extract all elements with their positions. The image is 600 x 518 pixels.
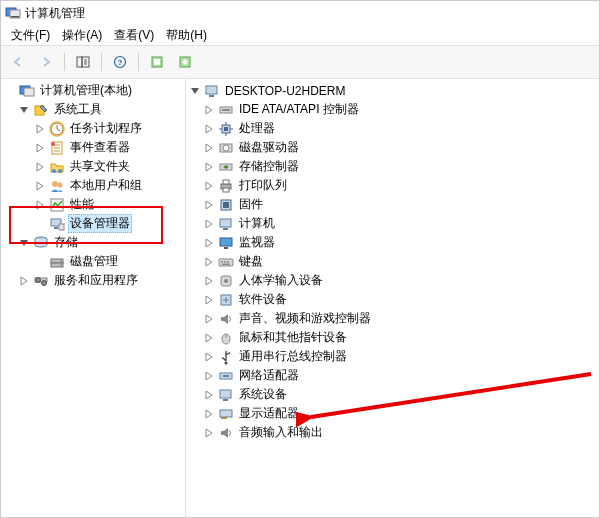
cat-computer[interactable]: 计算机 <box>186 214 599 233</box>
storage-controller-icon <box>218 159 234 175</box>
tree-shared-folders[interactable]: 共享文件夹 <box>1 157 185 176</box>
cat-firmware[interactable]: 固件 <box>186 195 599 214</box>
storage-icon <box>33 235 49 251</box>
cat-sound-video[interactable]: 声音、视频和游戏控制器 <box>186 309 599 328</box>
menu-view[interactable]: 查看(V) <box>108 27 160 44</box>
expand-icon[interactable] <box>202 103 216 117</box>
expand-icon[interactable] <box>202 369 216 383</box>
svg-point-37 <box>36 277 41 282</box>
tree-storage[interactable]: 存储 <box>1 233 185 252</box>
expand-icon[interactable] <box>202 388 216 402</box>
tree-services-apps[interactable]: 服务和应用程序 <box>1 271 185 290</box>
cat-print-queues[interactable]: 打印队列 <box>186 176 599 195</box>
tree-label: 系统设备 <box>237 386 289 403</box>
tree-device-manager[interactable]: 设备管理器 <box>1 214 185 233</box>
tree-system-tools[interactable]: 系统工具 <box>1 100 185 119</box>
cat-mice[interactable]: 鼠标和其他指针设备 <box>186 328 599 347</box>
expand-icon[interactable] <box>33 141 47 155</box>
svg-rect-14 <box>24 88 34 96</box>
services-icon <box>33 273 49 289</box>
expand-icon[interactable] <box>202 179 216 193</box>
expand-icon[interactable] <box>202 350 216 364</box>
expand-icon[interactable] <box>202 217 216 231</box>
cat-usb[interactable]: 通用串行总线控制器 <box>186 347 599 366</box>
svg-rect-11 <box>154 59 160 65</box>
expand-icon[interactable] <box>33 160 47 174</box>
tree-label: 磁盘驱动器 <box>237 139 301 156</box>
cat-processors[interactable]: 处理器 <box>186 119 599 138</box>
expand-icon[interactable] <box>202 236 216 250</box>
tree-label: 计算机管理(本地) <box>38 82 134 99</box>
expand-icon[interactable] <box>17 274 31 288</box>
cat-ide[interactable]: IDE ATA/ATAPI 控制器 <box>186 100 599 119</box>
cat-keyboards[interactable]: 键盘 <box>186 252 599 271</box>
tree-root-computer-management[interactable]: 计算机管理(本地) <box>1 81 185 100</box>
expand-icon[interactable] <box>202 426 216 440</box>
expand-icon[interactable] <box>202 331 216 345</box>
collapse-icon[interactable] <box>17 236 31 250</box>
expand-icon[interactable] <box>33 122 47 136</box>
tree-label: IDE ATA/ATAPI 控制器 <box>237 101 361 118</box>
cat-software-devices[interactable]: 软件设备 <box>186 290 599 309</box>
expand-icon[interactable] <box>202 141 216 155</box>
tree-label: 网络适配器 <box>237 367 301 384</box>
expand-icon[interactable] <box>202 274 216 288</box>
menu-help[interactable]: 帮助(H) <box>160 27 213 44</box>
keyboard-icon <box>218 254 234 270</box>
svg-point-71 <box>225 361 228 364</box>
svg-rect-77 <box>221 417 227 419</box>
cpu-icon <box>218 121 234 137</box>
menu-file[interactable]: 文件(F) <box>5 27 56 44</box>
computer-management-window: 计算机管理 文件(F) 操作(A) 查看(V) 帮助(H) ? 计算 <box>0 0 600 518</box>
cat-hid[interactable]: 人体学输入设备 <box>186 271 599 290</box>
cat-audio-io[interactable]: 音频输入和输出 <box>186 423 599 442</box>
expand-icon[interactable] <box>33 179 47 193</box>
svg-rect-3 <box>77 57 82 67</box>
show-hide-tree-button[interactable] <box>70 50 96 74</box>
cat-storage-controllers[interactable]: 存储控制器 <box>186 157 599 176</box>
app-icon <box>5 5 21 21</box>
right-tree[interactable]: DESKTOP-U2HDERM IDE ATA/ATAPI 控制器 处理器 磁盘… <box>186 79 599 517</box>
expand-icon[interactable] <box>202 407 216 421</box>
svg-rect-29 <box>54 227 58 229</box>
tree-disk-management[interactable]: 磁盘管理 <box>1 252 185 271</box>
computer-management-icon <box>19 83 35 99</box>
tree-label: 事件查看器 <box>68 139 132 156</box>
help-button[interactable]: ? <box>107 50 133 74</box>
view-option2-button[interactable] <box>172 50 198 74</box>
menu-action[interactable]: 操作(A) <box>56 27 108 44</box>
left-tree[interactable]: 计算机管理(本地) 系统工具 任务计划程序 <box>1 79 186 517</box>
performance-icon <box>49 197 65 213</box>
expand-icon[interactable] <box>202 198 216 212</box>
forward-button[interactable] <box>33 50 59 74</box>
tree-label: 计算机 <box>237 215 277 232</box>
tree-label: 人体学输入设备 <box>237 272 325 289</box>
tree-task-scheduler[interactable]: 任务计划程序 <box>1 119 185 138</box>
collapse-icon[interactable] <box>17 103 31 117</box>
usb-icon <box>218 349 234 365</box>
expand-icon[interactable] <box>202 255 216 269</box>
expand-icon[interactable] <box>33 198 47 212</box>
collapse-icon[interactable] <box>188 84 202 98</box>
tree-local-users-groups[interactable]: 本地用户和组 <box>1 176 185 195</box>
expand-icon[interactable] <box>202 122 216 136</box>
svg-rect-56 <box>223 202 229 208</box>
back-button[interactable] <box>5 50 31 74</box>
svg-rect-63 <box>224 261 226 263</box>
tree-label: 磁盘管理 <box>68 253 120 270</box>
cat-display-adapters[interactable]: 显示适配器 <box>186 404 599 423</box>
svg-point-24 <box>58 169 62 173</box>
cat-network-adapters[interactable]: 网络适配器 <box>186 366 599 385</box>
cat-disk-drives[interactable]: 磁盘驱动器 <box>186 138 599 157</box>
device-root[interactable]: DESKTOP-U2HDERM <box>186 81 599 100</box>
tree-performance[interactable]: 性能 <box>1 195 185 214</box>
tree-label: 音频输入和输出 <box>237 424 325 441</box>
view-option1-button[interactable] <box>144 50 170 74</box>
tree-event-viewer[interactable]: 事件查看器 <box>1 138 185 157</box>
svg-point-22 <box>51 142 55 146</box>
cat-monitors[interactable]: 监视器 <box>186 233 599 252</box>
expand-icon[interactable] <box>202 160 216 174</box>
expand-icon[interactable] <box>202 293 216 307</box>
cat-system-devices[interactable]: 系统设备 <box>186 385 599 404</box>
expand-icon[interactable] <box>202 312 216 326</box>
